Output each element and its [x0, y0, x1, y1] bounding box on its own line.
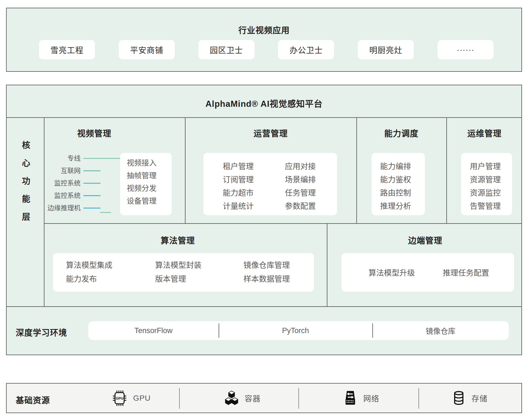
algorithm-item: 算法模型集成 — [66, 259, 155, 272]
capability-item: 能力鉴权 — [380, 173, 425, 187]
edge-box: 算法模型升级 推理任务配置 — [341, 253, 514, 292]
platform-panel: AlphaMind® AI视觉感知平台 核心功能层 视频管理 专线 互联网 监控… — [6, 85, 522, 355]
capability-title: 能力调度 — [356, 127, 446, 139]
operation-box: 租户管理 订阅管理 能力超市 计量统计 应用对接 场景编排 任务管理 参数配置 — [203, 153, 337, 215]
infra-item-label: GPU — [133, 394, 151, 403]
maintenance-item: 资源监控 — [470, 187, 512, 200]
infra-bar: 基础资源 GPU GPU — [6, 383, 522, 413]
capability-item: 路由控制 — [380, 187, 425, 200]
app-chip-mingchu: 明厨亮灶 — [358, 40, 414, 59]
operation-item: 任务管理 — [285, 187, 316, 200]
algorithm-col2: 算法模型封装 版本管理 — [155, 259, 243, 292]
algorithm-item: 版本管理 — [155, 272, 243, 286]
network-switch-icon — [342, 390, 358, 406]
infra-item-label: 存储 — [471, 393, 487, 404]
capability-item: 推理分析 — [380, 200, 425, 213]
maintenance-item: 告警管理 — [470, 200, 512, 213]
video-source-label: 监控系统 — [34, 192, 81, 200]
infra-item-network: 网络 — [342, 384, 379, 413]
industry-apps-panel: 行业视频应用 雪亮工程 平安商铺 园区卫士 办公卫士 明厨亮灶 ······ — [6, 8, 522, 72]
video-function-item: 视频分发 — [127, 182, 172, 195]
industry-apps-title: 行业视频应用 — [7, 23, 521, 36]
edge-mgmt-title: 边端管理 — [327, 234, 524, 246]
video-function-item: 设备管理 — [127, 195, 172, 208]
storage-icon — [451, 390, 467, 406]
divider — [7, 117, 521, 118]
dl-env-item-pytorch: PyTorch — [219, 321, 372, 340]
divider — [7, 306, 521, 307]
maintenance-item: 资源管理 — [470, 173, 512, 187]
maintenance-title: 运维管理 — [446, 127, 523, 139]
algorithm-item: 镜像仓库管理 — [243, 259, 290, 272]
operation-col1: 租户管理 订阅管理 能力超市 计量统计 — [223, 160, 285, 215]
algorithm-box: 算法模型集成 能力发布 算法模型封装 版本管理 镜像仓库管理 样本数据管理 — [53, 253, 314, 292]
algorithm-col3: 镜像仓库管理 样本数据管理 — [243, 259, 290, 292]
edge-item: 推理任务配置 — [443, 267, 489, 278]
video-functions-box: 视频接入 抽帧管理 视频分发 设备管理 — [120, 153, 172, 215]
operation-item: 计量统计 — [223, 200, 285, 213]
gpu-chip-icon: GPU — [111, 390, 128, 407]
operation-item: 能力超市 — [223, 187, 285, 200]
algorithm-title: 算法管理 — [44, 234, 312, 246]
dl-env-item-tensorflow: TensorFlow — [88, 321, 219, 340]
infra-item-container: 容器 — [224, 384, 261, 413]
video-source-label: 互联网 — [34, 167, 81, 175]
app-chip-more: ······ — [438, 40, 494, 59]
maintenance-item: 用户管理 — [470, 160, 512, 173]
dl-env-item-registry: 镜像仓库 — [372, 321, 509, 340]
capability-box: 能力编排 能力鉴权 路由控制 推理分析 — [372, 153, 425, 215]
core-layer-label: 核心功能层 — [19, 117, 31, 306]
operation-item: 应用对接 — [285, 160, 316, 173]
app-chip-xueliang: 雪亮工程 — [39, 40, 95, 59]
app-chip-yuanqu: 园区卫士 — [198, 40, 255, 59]
capability-item: 能力编排 — [380, 160, 425, 173]
video-source-label: 专线 — [34, 154, 81, 163]
app-chip-bangong: 办公卫士 — [278, 40, 334, 59]
video-mgmt-title: 视频管理 — [44, 127, 145, 139]
divider — [372, 323, 373, 338]
video-function-item: 抽帧管理 — [127, 169, 172, 182]
divider — [44, 223, 521, 224]
dl-env-bar: TensorFlow PyTorch 镜像仓库 — [88, 321, 509, 340]
divider — [219, 323, 219, 338]
architecture-diagram: 行业视频应用 雪亮工程 平安商铺 园区卫士 办公卫士 明厨亮灶 ······ A… — [0, 0, 530, 420]
operation-item: 参数配置 — [285, 200, 316, 213]
video-source-label: 监控系统 — [34, 179, 81, 187]
infra-label: 基础资源 — [16, 394, 50, 406]
infra-item-gpu: GPU GPU — [111, 384, 151, 413]
edge-item: 算法模型升级 — [369, 267, 415, 278]
algorithm-item: 能力发布 — [66, 272, 155, 286]
divider — [418, 388, 419, 409]
divider — [298, 388, 299, 409]
divider — [179, 388, 180, 409]
algorithm-col1: 算法模型集成 能力发布 — [66, 259, 155, 292]
operation-mgmt-title: 运营管理 — [185, 127, 356, 139]
infra-item-storage: 存储 — [451, 384, 487, 413]
operation-item: 订阅管理 — [223, 173, 285, 187]
maintenance-box: 用户管理 资源管理 资源监控 告警管理 — [461, 153, 512, 215]
video-source-label: 边缘推理机 — [34, 204, 81, 212]
operation-item: 租户管理 — [223, 160, 285, 173]
algorithm-item: 样本数据管理 — [243, 272, 290, 286]
platform-title: AlphaMind® AI视觉感知平台 — [7, 97, 521, 109]
app-chip-pingan: 平安商铺 — [119, 40, 175, 59]
operation-col2: 应用对接 场景编排 任务管理 参数配置 — [285, 160, 316, 215]
algorithm-item: 算法模型封装 — [155, 259, 243, 272]
dl-env-label: 深度学习环境 — [16, 326, 67, 338]
industry-apps-row: 雪亮工程 平安商铺 园区卫士 办公卫士 明厨亮灶 ······ — [39, 40, 494, 59]
video-function-item: 视频接入 — [127, 157, 172, 169]
container-icon — [224, 390, 240, 406]
operation-item: 场景编排 — [285, 173, 316, 187]
svg-text:GPU: GPU — [116, 396, 123, 400]
infra-item-label: 网络 — [363, 393, 379, 404]
video-connector-lines — [82, 154, 122, 217]
infra-item-label: 容器 — [245, 393, 261, 404]
